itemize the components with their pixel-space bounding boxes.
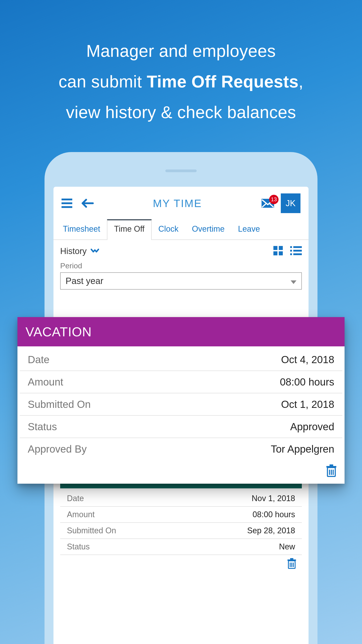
hamburger-icon[interactable] xyxy=(62,198,72,208)
vacation-card-title: VACATION xyxy=(18,317,344,346)
notifications-button[interactable]: 13 xyxy=(261,198,274,208)
hero-line2-bold: Time Off Requests xyxy=(147,72,299,91)
period-select[interactable]: Past year xyxy=(60,272,302,290)
tab-time-off[interactable]: Time Off xyxy=(107,219,152,240)
svg-rect-1 xyxy=(62,202,72,204)
hero-line1: Manager and employees xyxy=(86,41,276,60)
svg-rect-2 xyxy=(62,206,72,208)
filter-row: History xyxy=(54,240,308,259)
tab-clock[interactable]: Clock xyxy=(152,219,185,240)
hero-line2b: , xyxy=(299,72,304,91)
hero-line3: view history & check balances xyxy=(66,103,296,122)
history-dropdown[interactable]: History xyxy=(60,246,99,256)
app-header: MY TIME 13 JK xyxy=(54,187,308,215)
period-value: Past year xyxy=(66,276,103,286)
vacation-card-body: DateOct 4, 2018 Amount08:00 hours Submit… xyxy=(18,346,344,484)
period-label: Period xyxy=(60,262,302,270)
leave-card: LEAVE OF ABSENSE TIME OFF DateNov 1, 201… xyxy=(60,468,302,572)
table-row: Submitted OnOct 1, 2018 xyxy=(20,393,342,416)
avatar[interactable]: JK xyxy=(281,194,300,213)
svg-rect-14 xyxy=(293,250,302,252)
svg-rect-7 xyxy=(273,246,277,250)
dropdown-triangle-icon xyxy=(291,276,296,286)
svg-marker-17 xyxy=(291,280,296,284)
tab-leave[interactable]: Leave xyxy=(231,219,267,240)
grid-view-icon[interactable] xyxy=(273,245,283,257)
tab-timesheet[interactable]: Timesheet xyxy=(56,219,107,240)
svg-rect-0 xyxy=(62,198,72,200)
svg-rect-16 xyxy=(293,253,302,255)
table-row: StatusApproved xyxy=(20,416,342,438)
svg-rect-10 xyxy=(279,251,283,255)
vacation-card: VACATION DateOct 4, 2018 Amount08:00 hou… xyxy=(18,317,344,484)
page-title: MY TIME xyxy=(94,197,261,210)
trash-icon[interactable] xyxy=(287,558,296,570)
svg-rect-23 xyxy=(290,558,293,560)
tabs: Timesheet Time Off Clock Overtime Leave xyxy=(54,219,308,240)
tab-overtime[interactable]: Overtime xyxy=(185,219,231,240)
table-row: DateNov 1, 2018 xyxy=(60,490,302,507)
back-icon[interactable] xyxy=(81,199,94,208)
table-row: Amount08:00 hours xyxy=(20,371,342,393)
table-row: DateOct 4, 2018 xyxy=(20,348,342,371)
svg-rect-12 xyxy=(293,246,302,248)
table-row: Submitted OnSep 28, 2018 xyxy=(60,523,302,539)
svg-rect-11 xyxy=(290,246,292,248)
svg-rect-22 xyxy=(287,560,296,561)
chevron-down-icon xyxy=(91,246,99,256)
table-row: Amount08:00 hours xyxy=(60,507,302,523)
svg-rect-9 xyxy=(273,251,277,255)
svg-rect-28 xyxy=(326,466,336,468)
hero-line2a: can submit xyxy=(59,72,147,91)
list-view-icon[interactable] xyxy=(290,246,302,256)
history-label: History xyxy=(60,246,87,256)
notification-badge: 13 xyxy=(269,195,278,204)
svg-rect-29 xyxy=(329,464,333,466)
phone-speaker xyxy=(165,170,197,172)
trash-icon[interactable] xyxy=(326,464,337,478)
table-row: StatusNew xyxy=(60,539,302,555)
table-row: Approved ByTor Appelgren xyxy=(20,438,342,460)
leave-card-body: DateNov 1, 2018 Amount08:00 hours Submit… xyxy=(60,488,302,572)
svg-rect-15 xyxy=(290,253,292,255)
period-block: Period Past year xyxy=(54,259,308,290)
svg-rect-8 xyxy=(279,246,283,250)
svg-rect-13 xyxy=(290,250,292,252)
promo-headline: Manager and employees can submit Time Of… xyxy=(0,0,362,128)
